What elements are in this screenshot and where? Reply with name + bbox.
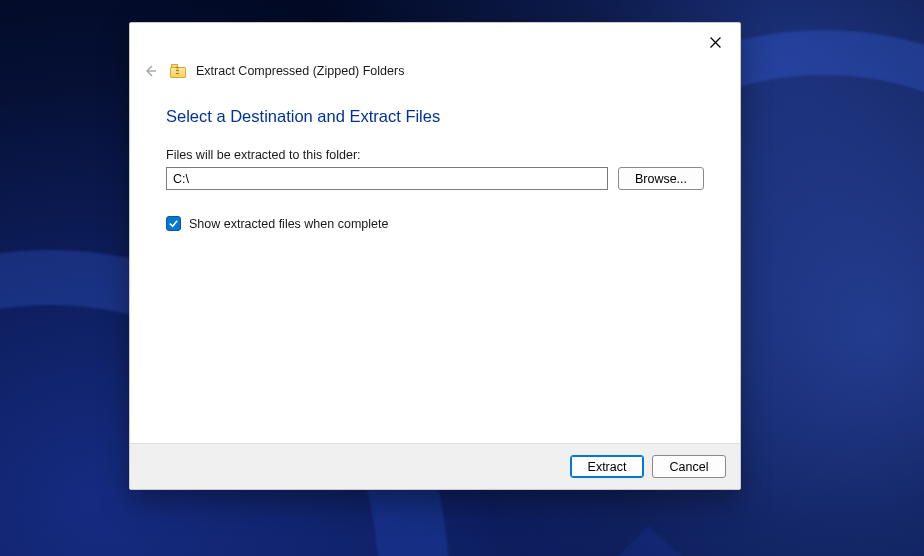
arrow-left-icon (142, 63, 158, 79)
destination-row: Browse... (166, 167, 704, 190)
wizard-title: Extract Compressed (Zipped) Folders (196, 64, 404, 78)
page-heading: Select a Destination and Extract Files (166, 107, 704, 126)
browse-button[interactable]: Browse... (618, 167, 704, 190)
checkmark-icon (168, 218, 179, 229)
dialog-footer: Extract Cancel (130, 443, 740, 489)
wizard-header: Extract Compressed (Zipped) Folders (130, 61, 740, 93)
show-extracted-label: Show extracted files when complete (189, 217, 388, 231)
cancel-button[interactable]: Cancel (652, 455, 726, 478)
show-extracted-row: Show extracted files when complete (166, 216, 704, 231)
destination-label: Files will be extracted to this folder: (166, 148, 704, 162)
destination-path-input[interactable] (166, 167, 608, 190)
close-button[interactable] (692, 27, 738, 57)
zipped-folder-icon (170, 64, 186, 78)
close-icon (710, 37, 721, 48)
extract-wizard-dialog: Extract Compressed (Zipped) Folders Sele… (129, 22, 741, 490)
extract-button[interactable]: Extract (570, 455, 644, 478)
back-button[interactable] (140, 61, 160, 81)
wizard-content: Select a Destination and Extract Files F… (130, 93, 740, 443)
show-extracted-checkbox[interactable] (166, 216, 181, 231)
